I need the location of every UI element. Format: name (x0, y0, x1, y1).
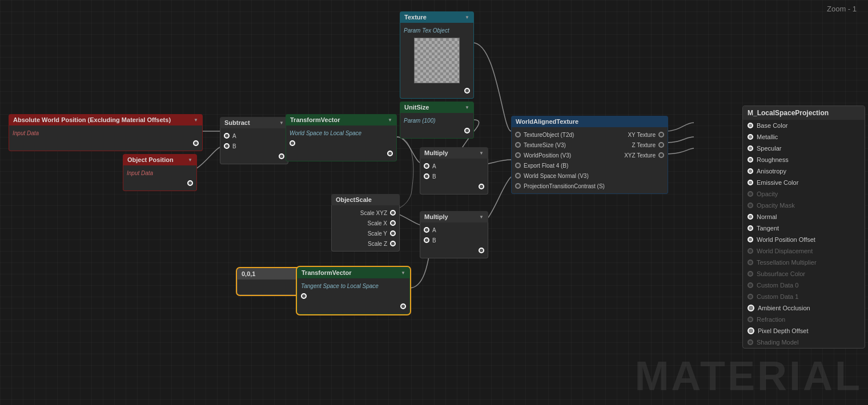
output-row (420, 181, 488, 192)
output-pin (387, 151, 393, 156)
pin-subsurface (748, 271, 753, 277)
output-pin (187, 180, 193, 186)
panel-row-shading-model: Shading Model (743, 337, 865, 348)
pin-export-float (515, 163, 521, 168)
node-absolute-world-pos-body: Input Data (9, 125, 203, 151)
node-transform-vector-1[interactable]: TransformVector ▼ World Space to Local S… (286, 114, 397, 161)
output-pin-row (400, 86, 473, 96)
node-multiply-2-body: A B (420, 222, 488, 258)
pin-scale-y (390, 230, 396, 236)
pin-refraction (748, 317, 753, 322)
panel-row-refraction: Refraction (743, 314, 865, 325)
subtitle-row: World Space to Local Space (286, 128, 396, 138)
pin-pixel-depth (748, 327, 754, 334)
pin-custom-data-1 (748, 294, 753, 299)
scale-x-row: Scale X (332, 218, 399, 228)
scale-y-row: Scale Y (332, 228, 399, 238)
node-object-scale-header: ObjectScale (331, 194, 400, 205)
node-tv2-title: TransformVector (302, 269, 351, 276)
wat-pin-texture-size: TextureSize (V3) (512, 140, 621, 150)
subtitle-row: Param (100) (400, 115, 473, 125)
node-object-scale[interactable]: ObjectScale Scale XYZ Scale X Scale Y Sc… (331, 194, 400, 252)
wat-pin-world-pos: WorldPosition (V3) (512, 150, 621, 160)
dropdown-arrow: ▼ (188, 157, 192, 163)
node-tv1-header: TransformVector ▼ (286, 114, 397, 125)
node-world-aligned-texture[interactable]: WorldAlignedTexture TextureObject (T2d) … (511, 116, 668, 194)
node-wat-body: TextureObject (T2d) TextureSize (V3) Wor… (511, 127, 668, 194)
input-pin-row (286, 138, 396, 148)
output-pin (193, 140, 199, 146)
node-tv1-body: World Space to Local Space (286, 125, 397, 161)
pin-world-pos-offset (748, 237, 753, 242)
panel-row-anisotropy: Anisotropy (743, 165, 865, 177)
panel-row-subsurface: Subsurface Color (743, 268, 865, 280)
node-texture-body: Param Tex Object (400, 23, 474, 99)
node-subtract[interactable]: Subtract ▼ A B (220, 117, 288, 164)
node-unit-size[interactable]: UnitSize ▼ Param (100) (400, 102, 474, 139)
pin-scale-x (390, 220, 396, 226)
pin-ws-normal (515, 173, 521, 179)
pin-anisotropy (748, 168, 753, 174)
panel-row-ao: Ambient Occlusion (743, 302, 865, 314)
node-wat-title: WorldAlignedTexture (516, 118, 578, 125)
node-vec-001[interactable]: 0,0,1 ▼ (237, 268, 306, 295)
panel-row-tangent: Tangent (743, 222, 865, 234)
pin-world-pos (515, 152, 521, 158)
subtitle-row: Input Data (9, 128, 202, 138)
node-transform-vector-2[interactable]: TransformVector ▼ Tangent Space to Local… (297, 267, 410, 314)
pin-texture-size (515, 142, 521, 148)
wat-pin-ws-normal: World Space Normal (V3) (512, 171, 621, 181)
pin-b (224, 143, 230, 149)
node-subtract-body: A B (220, 128, 288, 164)
node-multiply-2[interactable]: Multiply ▼ A B (420, 211, 488, 258)
scale-xyz-row: Scale XYZ (332, 208, 399, 218)
panel-row-metallic: Metallic (743, 131, 865, 143)
node-absolute-world-pos[interactable]: Absolute World Position (Excluding Mater… (9, 114, 203, 151)
node-object-position[interactable]: Object Position ▼ Input Data (123, 154, 197, 191)
panel-row-pixel-depth: Pixel Depth Offset (743, 325, 865, 337)
pin-b (424, 237, 429, 243)
pin-texture-obj (515, 132, 521, 137)
pin-proj-contrast (515, 183, 521, 189)
output-row (420, 245, 488, 256)
pin-roughness (748, 157, 753, 163)
pin-a-row: A (420, 161, 488, 171)
pin-xyz (658, 152, 664, 158)
panel-row-emissive: Emissive Color (743, 177, 865, 188)
output-pin (479, 184, 484, 189)
node-subtract-title: Subtract (224, 119, 250, 126)
panel-row-custom-data-0: Custom Data 0 (743, 280, 865, 291)
wat-pin-z: Z Texture (621, 140, 668, 150)
panel-header: M_LocalSpaceProjection (743, 106, 865, 120)
panel-row-world-pos-offset: World Position Offset (743, 234, 865, 245)
pin-tangent (748, 225, 753, 231)
panel-m-local-space[interactable]: M_LocalSpaceProjection Base Color Metall… (742, 106, 865, 349)
node-subtract-header: Subtract ▼ (220, 117, 288, 128)
node-multiply-2-title: Multiply (424, 213, 448, 220)
pin-b (424, 173, 429, 179)
node-wat-header: WorldAlignedTexture (511, 116, 668, 127)
pin-base-color (748, 123, 753, 128)
output-pin-row (286, 148, 396, 159)
wat-pin-texture-obj: TextureObject (T2d) (512, 129, 621, 140)
node-texture-header: Texture ▼ (400, 11, 474, 23)
output-pin (464, 88, 470, 94)
pin-shading-model (748, 339, 753, 345)
pin-z (658, 142, 664, 148)
output-pin (479, 248, 484, 253)
wat-pin-xy: XY Texture (621, 129, 668, 140)
wat-pin-export-float: Export Float 4 (B) (512, 160, 621, 171)
pin-xy (658, 132, 664, 137)
node-object-scale-body: Scale XYZ Scale X Scale Y Scale Z (331, 205, 400, 252)
scale-z-row: Scale Z (332, 238, 399, 249)
node-tv2-header: TransformVector ▼ (297, 267, 410, 278)
pin-custom-data-0 (748, 282, 753, 288)
wat-outputs: XY Texture Z Texture XYZ Texture (621, 129, 668, 191)
node-unit-size-title: UnitSize (404, 104, 429, 111)
pin-emissive (748, 180, 753, 185)
node-vec-001-title: 0,0,1 (242, 270, 255, 277)
node-multiply-1-header: Multiply ▼ (420, 147, 488, 159)
node-multiply-1[interactable]: Multiply ▼ A B (420, 147, 488, 195)
node-texture[interactable]: Texture ▼ Param Tex Object (400, 11, 474, 99)
node-multiply-1-title: Multiply (424, 149, 448, 156)
